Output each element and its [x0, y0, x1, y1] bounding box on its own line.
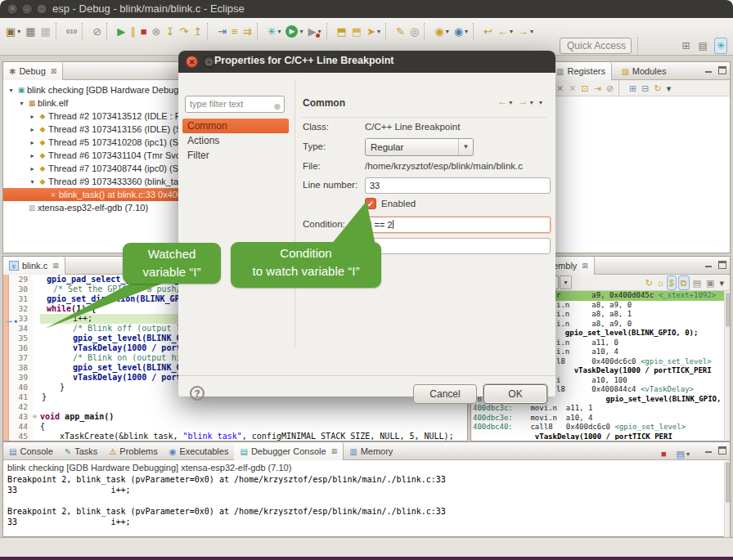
- tab-debug[interactable]: ✱ Debug ⊠: [3, 62, 63, 80]
- remove-all-icon[interactable]: ✕: [567, 81, 578, 96]
- expander-open-icon[interactable]: ▾: [7, 87, 16, 94]
- maximize-icon[interactable]: [718, 446, 726, 455]
- expander-closed-icon[interactable]: ▸: [28, 113, 37, 120]
- view-menu-icon[interactable]: ▾: [665, 81, 673, 96]
- run-icon[interactable]: ▶▾: [284, 23, 304, 39]
- minimize-icon[interactable]: [704, 446, 713, 455]
- open-resource-icon[interactable]: ⬒: [350, 23, 363, 39]
- search-icon[interactable]: ➤▾: [365, 23, 382, 39]
- reverse-debug-icon[interactable]: ⇉: [241, 23, 254, 39]
- external-tools-icon[interactable]: ▶▾: [307, 23, 323, 39]
- maximize-icon[interactable]: [718, 66, 726, 74]
- step-into-icon[interactable]: ↧: [164, 23, 176, 39]
- terminate-console-icon[interactable]: ■: [659, 446, 668, 462]
- previous-annotation-icon[interactable]: ◉▾: [452, 23, 470, 39]
- show-source-icon[interactable]: $: [667, 276, 677, 290]
- window-minimize-icon[interactable]: –: [21, 3, 33, 15]
- clear-filter-icon[interactable]: ⊗: [274, 99, 281, 114]
- forward-icon[interactable]: →▾: [516, 23, 535, 39]
- refresh-view-icon[interactable]: ↻: [644, 276, 654, 290]
- dialog-nav-filter[interactable]: Filter: [182, 148, 289, 163]
- print-icon[interactable]: ⊡: [579, 81, 590, 96]
- dialog-nav-actions[interactable]: Actions: [182, 133, 289, 148]
- fold-minus-icon[interactable]: ⊖: [33, 412, 40, 422]
- link-with-editor-icon[interactable]: ◎: [408, 23, 420, 39]
- debug-perspective-icon[interactable]: ✳: [714, 38, 727, 54]
- expander-open-icon[interactable]: ▾: [17, 100, 26, 107]
- dialog-close-icon[interactable]: ✕: [186, 56, 198, 68]
- next-annotation-icon[interactable]: ◉▾: [433, 23, 450, 39]
- minimize-icon[interactable]: [704, 261, 713, 269]
- resume-icon[interactable]: ▶: [115, 23, 127, 39]
- instruction-stepping-icon[interactable]: ⇥: [216, 23, 228, 39]
- close-icon[interactable]: ⊠: [331, 447, 338, 455]
- save-all-icon[interactable]: ▦: [39, 23, 52, 39]
- condition-input[interactable]: i == 2: [365, 217, 551, 233]
- open-element-icon[interactable]: ⬒: [335, 23, 349, 39]
- help-button[interactable]: ?: [190, 386, 205, 401]
- close-icon[interactable]: ⊠: [52, 262, 59, 270]
- line-number-input[interactable]: 33: [365, 177, 551, 194]
- window-close-icon[interactable]: ✕: [7, 3, 18, 15]
- display-console-icon[interactable]: ▤▾: [675, 446, 691, 462]
- filter-input[interactable]: type filter text ⊗: [185, 96, 285, 113]
- step-over-icon[interactable]: ↷: [178, 23, 190, 39]
- tab-console[interactable]: ▤Console: [3, 442, 59, 460]
- tab-blink-c[interactable]: c blink.c ⊠: [3, 257, 65, 275]
- disassembly-scrollbar[interactable]: [724, 291, 730, 440]
- minimize-icon[interactable]: [704, 66, 713, 74]
- deselect-icon[interactable]: ⊘: [605, 81, 615, 96]
- close-icon[interactable]: ⊠: [582, 262, 588, 270]
- last-edit-location-icon[interactable]: ↩: [482, 23, 494, 39]
- debug-icon[interactable]: ✳▾: [266, 23, 283, 39]
- collapse-all-icon[interactable]: ⊟: [640, 81, 650, 96]
- tab-problems[interactable]: ⚠Problems: [103, 442, 163, 460]
- expander-closed-icon[interactable]: ▸: [28, 126, 37, 133]
- mark-occurrences-icon[interactable]: ✎: [394, 23, 407, 39]
- dialog-nav-arrows[interactable]: ←▾ →▾ ▾: [497, 96, 544, 107]
- expander-closed-icon[interactable]: ▸: [28, 165, 37, 172]
- disconnect-icon[interactable]: ⊗: [151, 23, 163, 39]
- tab-tasks[interactable]: ✎Tasks: [59, 442, 104, 460]
- tab-debugger-console[interactable]: ▤Debugger Console⊠: [234, 442, 344, 460]
- new-view-icon[interactable]: ▤: [691, 276, 703, 290]
- expander-closed-icon[interactable]: ▸: [28, 152, 37, 159]
- tab-modules[interactable]: ▨ Modules: [615, 62, 672, 80]
- pin-icon[interactable]: ▣: [704, 276, 716, 290]
- tab-memory[interactable]: ▥Memory: [344, 442, 398, 460]
- tab-executables[interactable]: ◉Executables: [164, 442, 235, 460]
- import-icon[interactable]: ⇥: [592, 81, 603, 96]
- back-icon[interactable]: ←▾: [496, 23, 515, 39]
- quick-access-button[interactable]: Quick Access: [560, 38, 632, 54]
- breakpoint-arrow-icon[interactable]: →●: [5, 315, 29, 325]
- sync-icon[interactable]: ⧉: [678, 276, 690, 290]
- suspend-icon[interactable]: ∥: [128, 23, 137, 39]
- open-perspective-icon[interactable]: ⊞: [681, 38, 692, 54]
- dialog-maximize-icon[interactable]: ▢: [203, 56, 215, 68]
- expand-all-icon[interactable]: ⊞: [627, 81, 638, 96]
- new-wizard-icon[interactable]: ▣▾: [4, 23, 22, 39]
- ok-button[interactable]: OK: [483, 384, 547, 404]
- terminate-icon[interactable]: ■: [139, 23, 149, 39]
- enabled-checkbox[interactable]: ✓: [365, 198, 376, 209]
- expander-open-icon[interactable]: ▾: [28, 178, 37, 186]
- chevron-down-icon[interactable]: ▼: [560, 276, 572, 289]
- expander-closed-icon[interactable]: ▸: [28, 139, 37, 146]
- window-maximize-icon[interactable]: ▢: [36, 3, 47, 15]
- show-debug-columns-icon[interactable]: ≡: [230, 23, 240, 39]
- refresh-icon[interactable]: ↻: [653, 81, 663, 96]
- step-return-icon[interactable]: ↥: [191, 23, 204, 39]
- type-dropdown[interactable]: Regular ▼: [365, 138, 474, 156]
- tab-registers[interactable]: ▥ Registers: [551, 62, 612, 80]
- view-menu-icon[interactable]: ▾: [717, 276, 726, 290]
- maximize-icon[interactable]: [718, 261, 726, 269]
- ignore-count-input[interactable]: 0: [365, 238, 551, 254]
- binary-console-icon[interactable]: 010: [65, 23, 79, 39]
- editor-annotation-ruler[interactable]: [3, 275, 9, 441]
- console-scrollbar[interactable]: [724, 461, 730, 537]
- dialog-nav-common[interactable]: Common: [182, 119, 289, 133]
- home-icon[interactable]: ⌂: [656, 276, 665, 290]
- remove-icon[interactable]: ✕: [555, 81, 565, 96]
- cpp-perspective-icon[interactable]: ▤: [697, 38, 709, 54]
- skip-all-breakpoints-icon[interactable]: ⊘: [91, 23, 103, 39]
